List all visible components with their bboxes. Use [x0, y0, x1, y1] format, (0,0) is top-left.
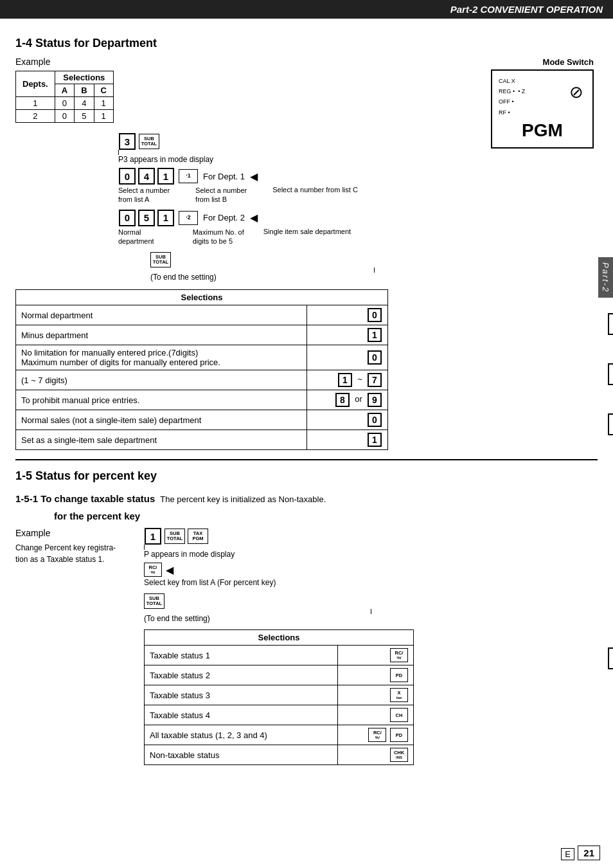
key-pd2: PD: [390, 728, 408, 742]
key-3: 3: [119, 133, 136, 150]
side-label-c-container: C: [604, 408, 613, 441]
key-1-d1: 1: [157, 168, 174, 185]
header-bar: Part-2 CONVENIENT OPERATION: [0, 0, 613, 19]
mode-switch-label: Mode Switch: [491, 57, 600, 67]
val-0-a1: 0: [368, 308, 382, 322]
val-7: 7: [368, 373, 382, 387]
key-rc2: RC/%/: [368, 728, 386, 742]
key-x: Xtax: [390, 688, 408, 702]
ann-max-digits: Maximum No. ofdigits to be 5: [193, 228, 244, 246]
sel-desc: Minus department: [16, 325, 307, 345]
selections-table-2: Selections Taxable status 1 RC/%/ Taxabl…: [144, 629, 414, 765]
side-label-a: A: [608, 313, 613, 335]
arrow-left-1: ◀: [250, 170, 258, 183]
ann-select-b: Select a numberfrom list B: [195, 186, 247, 204]
dept-header: Depts.: [16, 71, 55, 97]
sub-total-key-3: SUB TOTAL: [164, 529, 185, 544]
sub-total-key-2: SUB TOTAL: [150, 252, 171, 267]
val-1: 1: [338, 373, 352, 387]
table-row: Taxable status 1 RC/%/: [145, 646, 414, 665]
selections-table-1: Selections Normal department 0 Minus dep…: [15, 289, 388, 450]
dial-icon: ⊘: [569, 82, 583, 102]
ann-select-c: Select a number from list C: [272, 186, 358, 204]
sel-desc: Set as a single-item sale department: [16, 430, 307, 450]
sel-desc: Taxable status 3: [145, 685, 338, 705]
val-0-b1: 0: [368, 350, 382, 365]
table-row: Taxable status 4 CH: [145, 705, 414, 725]
key-5-d2: 5: [138, 210, 155, 226]
dept1-annotations: Select a numberfrom list A Select a numb…: [118, 186, 598, 204]
sel-desc: Taxable status 4: [145, 705, 338, 725]
sel-desc: Normal sales (not a single-item sale) de…: [16, 410, 307, 430]
table-row: All taxable status (1, 2, 3 and 4) RC/%/…: [145, 725, 414, 745]
side-labels: A B C: [604, 307, 613, 441]
val-b: 4: [75, 97, 94, 110]
end-setting-label-2: (To end the setting): [144, 614, 210, 623]
selections-header: Selections: [55, 71, 113, 84]
dept-num: 1: [16, 97, 55, 110]
dept1-label: For Dept. 1: [203, 172, 245, 181]
sel-val: 0: [306, 345, 387, 370]
subsection-title: 1-5-1 To change taxable status: [15, 493, 155, 504]
arrow-left-2: ◀: [250, 212, 258, 224]
select-key-label: Select key from list A (For percent key): [144, 578, 598, 587]
key-dot2: ·2: [179, 211, 198, 225]
val-1-a2: 1: [368, 328, 382, 342]
table-row: (1 ~ 7 digits) 1 ~ 7: [16, 370, 388, 390]
sel-val: RC/%/: [337, 646, 413, 665]
val-c: 1: [94, 110, 113, 123]
rc-key: RC/ %/: [144, 563, 162, 577]
table-row: Set as a single-item sale department 1: [16, 430, 388, 450]
val-8: 8: [335, 393, 350, 407]
vert-line-2: [374, 267, 375, 273]
table-row: To prohibit manual price entries. 8 or 9: [16, 390, 388, 410]
step1-row: 3 SUB TOTAL: [118, 133, 598, 150]
section2-title: 1-5 Status for percent key: [15, 469, 598, 483]
end-setting-area-2: SUB TOTAL (To end the setting): [144, 593, 598, 623]
vert-line-4: [371, 609, 371, 614]
sel-val: 0: [306, 410, 387, 430]
sel-header-2: Selections: [145, 630, 414, 646]
side-label-b-container: B: [604, 341, 613, 408]
side-label-a-container: A: [604, 307, 613, 341]
sub-total-key-1: SUB TOTAL: [139, 134, 159, 149]
end-setting-area: SUB TOTAL (To end the setting): [150, 252, 598, 282]
ann-select-a: Select a numberfrom list A: [118, 186, 170, 204]
key-0-d1: 0: [119, 168, 136, 185]
sub-total-key-4: SUB TOTAL: [144, 593, 164, 609]
p3-desc: P3 appears in mode display: [118, 155, 598, 164]
val-c: 1: [94, 97, 113, 110]
val-1-c2: 1: [368, 433, 382, 447]
table-row: No limitation for manually entered price…: [16, 345, 388, 370]
dept1-row: 0 4 1 ·1 For Dept. 1 ◀: [118, 168, 598, 185]
val-9: 9: [368, 393, 382, 407]
sel-val: 1 ~ 7: [306, 370, 387, 390]
key-1-s2: 1: [145, 528, 161, 545]
side-label-b: B: [608, 363, 613, 385]
p-appears: P appears in mode display: [144, 550, 598, 559]
dept-table: Depts. Selections A B C 1 0 4 1: [15, 71, 114, 123]
sel-desc: Non-taxable status: [145, 745, 338, 765]
sel-val: 8 or 9: [306, 390, 387, 410]
col-b: B: [75, 84, 94, 97]
dept2-c-key-container: ·2: [179, 211, 198, 225]
diagram1: 3 SUB TOTAL P3 appears in mode display 0…: [118, 133, 598, 282]
val-b: 5: [75, 110, 94, 123]
key-4-d1: 4: [138, 168, 155, 185]
sel-desc: Normal department: [16, 305, 307, 325]
section1-title: 1-4 Status for Department: [15, 37, 598, 50]
key-chk: CHK/NS: [390, 748, 408, 762]
subsection-desc: The percent key is initialized as Non-ta…: [160, 494, 326, 504]
key-ch: CH: [390, 708, 408, 722]
dept-num: 2: [16, 110, 55, 123]
subsection-subtitle: for the percent key: [54, 511, 598, 521]
tax-pgm-key: TAX PGM: [188, 529, 208, 544]
section2-body: Example Change Percent key registra-tion…: [15, 528, 598, 765]
table-row: 1 0 4 1: [16, 97, 114, 110]
subsection-header: 1-5-1 To change taxable status The perce…: [15, 489, 598, 507]
table-row: Taxable status 2 PD: [145, 665, 414, 685]
table-row: Normal sales (not a single-item sale) de…: [16, 410, 388, 430]
table-row: Normal department 0: [16, 305, 388, 325]
side-label-a2: A: [608, 647, 613, 669]
side-label-a2-container: A: [604, 647, 613, 669]
